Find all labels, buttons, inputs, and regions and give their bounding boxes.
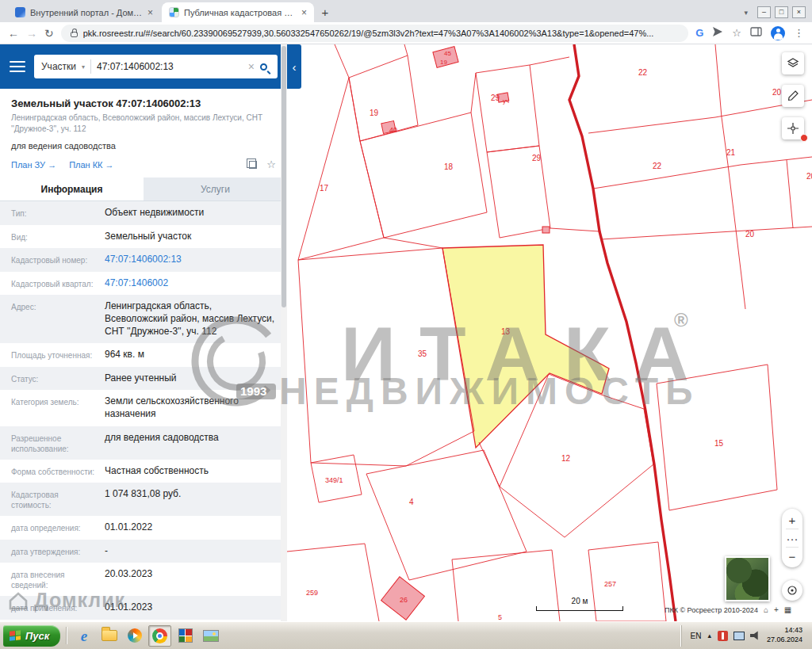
plan-zu-link[interactable]: План ЗУ → xyxy=(11,160,56,170)
search-input[interactable] xyxy=(97,61,243,72)
info-row: Вид:Земельный участок xyxy=(0,225,287,249)
row-label: Тип: xyxy=(11,207,98,220)
pencil-icon xyxy=(787,90,799,102)
info-row: Кадастровый квартал:47:07:1406002 xyxy=(0,272,287,296)
tray-expand-icon[interactable]: ▴ xyxy=(707,632,711,639)
row-label: дата определения: xyxy=(11,521,98,534)
close-button[interactable]: × xyxy=(792,6,806,18)
parcel-label: 20 xyxy=(806,172,812,181)
info-row: Тип:Объект недвижимости xyxy=(0,201,287,225)
map-tool-buttons xyxy=(782,52,804,139)
row-label: дата внесения сведений: xyxy=(11,568,98,590)
info-row: Форма собственности:Частная собственност… xyxy=(0,460,287,483)
row-label: Кадастровый номер: xyxy=(11,254,98,266)
internet-explorer-icon[interactable]: e xyxy=(72,625,95,647)
file-explorer-glyph xyxy=(102,630,117,641)
browser-tab-strip: Внутренний портал - Домашняя × Публичная… xyxy=(0,0,812,22)
clock[interactable]: 14:43 27.06.2024 xyxy=(767,626,804,644)
collapse-panel-button[interactable]: ‹ xyxy=(287,44,301,89)
browser-menu-icon[interactable]: ⋮ xyxy=(794,27,804,39)
photo-viewer-icon[interactable] xyxy=(199,625,222,647)
tab-search-caret-icon[interactable]: ▾ xyxy=(744,9,748,17)
clear-search-icon[interactable]: × xyxy=(248,60,255,73)
tab-services[interactable]: Услуги xyxy=(144,178,287,200)
menu-icon[interactable] xyxy=(10,61,25,72)
select-point-button[interactable] xyxy=(782,117,804,139)
row-value-link[interactable]: 47:07:1406002:13 xyxy=(105,254,276,266)
row-label: Разрешенное использование: xyxy=(11,432,98,454)
tab-close-icon[interactable]: × xyxy=(147,7,153,18)
media-player-icon[interactable] xyxy=(123,625,146,647)
chevron-down-icon: ▾ xyxy=(82,63,85,71)
parcel-label: 12 xyxy=(561,454,571,463)
antivirus-icon[interactable] xyxy=(718,631,728,641)
parcel-label: 257 xyxy=(604,580,616,588)
display-icon[interactable] xyxy=(733,632,745,640)
zoom-out-button[interactable]: − xyxy=(782,548,802,565)
tab-close-icon[interactable]: × xyxy=(301,7,307,18)
row-value: для ведения садоводства xyxy=(105,432,276,454)
export-icon[interactable] xyxy=(249,161,257,169)
zoom-in-button[interactable]: + xyxy=(782,511,802,529)
measure-button[interactable] xyxy=(782,85,804,107)
parcel-label: 45 xyxy=(444,50,451,57)
home-icon[interactable]: ⌂ xyxy=(764,605,768,614)
panel-search-header: Участки ▾ × xyxy=(0,44,287,89)
panel-scrollbar[interactable] xyxy=(281,44,287,621)
parcel-line xyxy=(715,44,745,309)
parcel-label: 18 xyxy=(444,162,454,171)
quick-launch: e xyxy=(72,625,222,647)
info-row: Категория земель:Земли сельскохозяйствен… xyxy=(0,390,287,426)
parcel-label: 19 xyxy=(440,59,447,66)
chrome-icon[interactable] xyxy=(148,625,171,647)
start-button[interactable]: Пуск xyxy=(3,625,60,647)
reload-icon[interactable]: ↻ xyxy=(44,27,54,40)
profile-avatar[interactable] xyxy=(771,26,785,40)
tab-title: Внутренний портал - Домашняя xyxy=(30,8,143,17)
parcel-info-panel: Участки ▾ × Земельный участок 47:07:1406… xyxy=(0,44,287,621)
my-location-button[interactable] xyxy=(782,580,802,601)
file-explorer-icon[interactable] xyxy=(98,625,121,647)
tab-internal-portal[interactable]: Внутренний портал - Домашняя × xyxy=(8,2,160,22)
layers-button[interactable] xyxy=(782,52,804,74)
plus-icon[interactable]: + xyxy=(774,605,779,614)
language-indicator[interactable]: EN xyxy=(691,632,702,640)
favorite-star-icon[interactable]: ☆ xyxy=(266,158,276,170)
row-label: Кадастровый квартал: xyxy=(11,277,98,290)
scale-line xyxy=(536,606,623,611)
maximize-button[interactable]: □ xyxy=(775,6,788,18)
app-grid-icon[interactable] xyxy=(174,625,197,647)
layers-icon xyxy=(787,57,799,70)
send-icon[interactable] xyxy=(712,26,723,40)
zoom-more-button[interactable]: ··· xyxy=(782,529,802,547)
row-value: 20.03.2023 xyxy=(105,568,276,590)
new-tab-button[interactable]: + xyxy=(316,2,335,22)
plan-kk-link[interactable]: План КК → xyxy=(69,160,113,170)
tab-information[interactable]: Информация xyxy=(0,178,144,200)
cadastral-map[interactable]: 19404519уч292918172220212220203513121543… xyxy=(287,44,812,621)
grid-icon[interactable]: ▦ xyxy=(784,605,791,614)
side-panel-icon[interactable] xyxy=(750,26,762,40)
address-bar[interactable]: pkk.rosreestr.ru/#/search/60.23390069527… xyxy=(61,25,688,42)
forward-icon[interactable]: → xyxy=(26,27,37,40)
row-value-link[interactable]: 47:07:1406002 xyxy=(105,277,276,290)
google-icon[interactable]: G xyxy=(695,27,703,39)
info-row: Адрес:Ленинградская область, Всеволожски… xyxy=(0,295,287,343)
map-canvas[interactable]: 19404519уч292918172220212220203513121543… xyxy=(287,44,812,621)
scrollbar-thumb[interactable] xyxy=(282,46,286,307)
search-icon[interactable] xyxy=(260,63,267,71)
tab-cadastral-map[interactable]: Публичная кадастровая карта × xyxy=(162,2,314,22)
map-favicon xyxy=(169,7,179,17)
parcel-label: 259 xyxy=(306,589,318,597)
minimize-button[interactable]: – xyxy=(757,6,771,18)
selected-parcel[interactable] xyxy=(442,245,609,448)
basemap-thumbnail[interactable] xyxy=(725,556,770,601)
info-row: Площадь уточненная:964 кв. м xyxy=(0,343,287,367)
parcel-address-subtitle: Ленинградская область, Всеволожский райо… xyxy=(0,113,287,135)
parcel-line xyxy=(287,544,379,621)
bookmark-star-icon[interactable]: ☆ xyxy=(732,27,741,39)
info-row: Разрешенное использование:для ведения са… xyxy=(0,426,287,460)
back-icon[interactable]: ← xyxy=(8,27,19,40)
search-category-dropdown[interactable]: Участки xyxy=(41,61,76,72)
volume-icon[interactable] xyxy=(750,631,760,641)
